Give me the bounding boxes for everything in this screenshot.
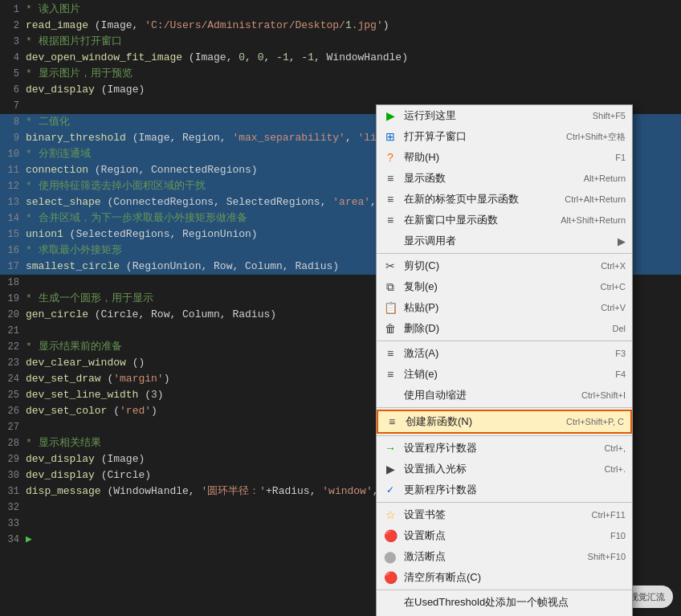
menu-item-open-sub[interactable]: ⊞打开算子窗口Ctrl+Shift+空格 bbox=[377, 126, 632, 147]
line-number: 6 bbox=[3, 82, 26, 98]
menu-icon-cut: ✂ bbox=[381, 259, 399, 272]
menu-shortcut-activate-bp: Shift+F10 bbox=[588, 552, 626, 561]
menu-arrow-show-callers: ▶ bbox=[618, 235, 626, 247]
menu-label-breakpoint: 设置断点 bbox=[404, 528, 594, 543]
menu-item-cut[interactable]: ✂剪切(C)Ctrl+X bbox=[377, 255, 632, 276]
line-number: 20 bbox=[3, 307, 26, 323]
menu-item-breakpoint[interactable]: 🔴设置断点F10 bbox=[377, 525, 632, 546]
menu-item-activate-bp[interactable]: ⬤激活断点Shift+F10 bbox=[377, 546, 632, 567]
menu-icon-activate: ≡ bbox=[381, 347, 399, 360]
menu-icon-help: ? bbox=[381, 151, 399, 164]
line-number: 22 bbox=[3, 339, 26, 355]
menu-item-print[interactable]: 🖨打印(P)... bbox=[377, 613, 632, 616]
menu-label-show-func-tab: 在新的标签页中显示函数 bbox=[404, 192, 548, 206]
menu-item-bookmark[interactable]: ☆设置书签Ctrl+F11 bbox=[377, 504, 632, 525]
menu-icon-show-func: ≡ bbox=[381, 172, 399, 185]
line-number: 1 bbox=[3, 2, 26, 18]
menu-label-comment: 注销(e) bbox=[404, 367, 599, 381]
menu-label-add-watchpoint: 在UsedThreshold处添加一个帧视点 bbox=[404, 595, 626, 610]
line-number: 18 bbox=[3, 275, 26, 291]
menu-separator bbox=[377, 341, 632, 341]
menu-icon-set-counter: → bbox=[381, 442, 399, 455]
menu-item-clear-bp[interactable]: 🔴清空所有断点(C) bbox=[377, 567, 632, 588]
line-number: 16 bbox=[3, 243, 26, 259]
menu-item-run-here[interactable]: ▶运行到这里Shift+F5 bbox=[377, 105, 632, 126]
menu-shortcut-activate: F3 bbox=[615, 349, 626, 358]
line-number: 31 bbox=[3, 483, 26, 500]
menu-label-paste: 粘贴(P) bbox=[404, 300, 585, 315]
menu-item-delete[interactable]: 🗑删除(D)Del bbox=[377, 318, 632, 339]
line-number: 7 bbox=[3, 98, 26, 114]
context-menu[interactable]: ▶运行到这里Shift+F5⊞打开算子窗口Ctrl+Shift+空格?帮助(H)… bbox=[376, 104, 633, 616]
menu-shortcut-bookmark: Ctrl+F11 bbox=[592, 510, 626, 520]
line-content: dev_open_window_fit_image (Image, 0, 0, … bbox=[26, 50, 681, 66]
line-number: 32 bbox=[3, 500, 26, 516]
menu-separator bbox=[377, 253, 632, 254]
menu-item-show-func-tab[interactable]: ≡在新的标签页中显示函数Ctrl+Alt+Return bbox=[377, 189, 632, 210]
menu-item-help[interactable]: ?帮助(H)F1 bbox=[377, 147, 632, 168]
menu-shortcut-cut: Ctrl+X bbox=[601, 261, 626, 271]
menu-icon-paste: 📋 bbox=[381, 301, 399, 314]
menu-shortcut-copy: Ctrl+C bbox=[601, 282, 626, 292]
menu-item-show-func-win[interactable]: ≡在新窗口中显示函数Alt+Shift+Return bbox=[377, 210, 632, 230]
menu-icon-new-func: ≡ bbox=[383, 415, 401, 428]
menu-item-activate[interactable]: ≡激活(A)F3 bbox=[377, 343, 632, 364]
code-line: 1* 读入图片 bbox=[0, 2, 681, 18]
line-number: 13 bbox=[3, 194, 26, 210]
menu-item-update-counter[interactable]: ✓更新程序计数器 bbox=[377, 479, 632, 500]
menu-shortcut-open-sub: Ctrl+Shift+空格 bbox=[566, 131, 626, 143]
line-content: * 根据图片打开窗口 bbox=[26, 34, 681, 50]
line-number: 28 bbox=[3, 435, 26, 451]
menu-shortcut-help: F1 bbox=[615, 153, 626, 162]
line-number: 19 bbox=[3, 291, 26, 307]
menu-separator bbox=[377, 435, 632, 436]
menu-shortcut-show-func-win: Alt+Shift+Return bbox=[561, 215, 626, 225]
menu-icon-open-sub: ⊞ bbox=[381, 130, 399, 143]
line-number: 12 bbox=[3, 178, 26, 194]
menu-shortcut-new-func: Ctrl+Shift+P, C bbox=[566, 417, 624, 426]
line-number: 8 bbox=[3, 114, 26, 130]
line-number: 34 bbox=[3, 532, 26, 548]
menu-item-set-counter[interactable]: →设置程序计数器Ctrl+, bbox=[377, 438, 632, 459]
menu-icon-copy: ⧉ bbox=[381, 280, 399, 294]
code-line: 5* 显示图片，用于预览 bbox=[0, 66, 681, 82]
menu-shortcut-comment: F4 bbox=[615, 369, 626, 379]
menu-shortcut-set-cursor: Ctrl+. bbox=[604, 464, 626, 474]
menu-item-show-callers[interactable]: 显示调用者▶ bbox=[377, 230, 632, 251]
menu-label-auto-indent: 使用自动缩进 bbox=[404, 388, 565, 402]
menu-label-bookmark: 设置书签 bbox=[404, 508, 576, 522]
line-number: 9 bbox=[3, 130, 26, 146]
line-number: 29 bbox=[3, 451, 26, 467]
menu-item-paste[interactable]: 📋粘贴(P)Ctrl+V bbox=[377, 297, 632, 318]
line-number: 26 bbox=[3, 403, 26, 419]
menu-label-open-sub: 打开算子窗口 bbox=[404, 129, 550, 144]
menu-separator bbox=[377, 407, 632, 408]
menu-item-copy[interactable]: ⧉复制(e)Ctrl+C bbox=[377, 276, 632, 297]
code-line: 2read_image (Image, 'C:/Users/Administra… bbox=[0, 18, 681, 34]
line-number: 2 bbox=[3, 18, 26, 34]
menu-label-show-func: 显示函数 bbox=[404, 171, 568, 186]
menu-icon-bookmark: ☆ bbox=[381, 508, 399, 521]
menu-item-comment[interactable]: ≡注销(e)F4 bbox=[377, 364, 632, 385]
line-number: 25 bbox=[3, 387, 26, 403]
menu-item-show-func[interactable]: ≡显示函数Alt+Return bbox=[377, 168, 632, 189]
menu-shortcut-run-here: Shift+F5 bbox=[593, 111, 626, 120]
menu-label-cut: 剪切(C) bbox=[404, 259, 585, 273]
menu-shortcut-paste: Ctrl+V bbox=[601, 303, 626, 312]
menu-item-add-watchpoint[interactable]: 在UsedThreshold处添加一个帧视点 bbox=[377, 592, 632, 613]
menu-label-show-func-win: 在新窗口中显示函数 bbox=[404, 213, 544, 227]
code-line: 3* 根据图片打开窗口 bbox=[0, 34, 681, 50]
menu-label-show-callers: 显示调用者 bbox=[404, 234, 614, 248]
line-number: 15 bbox=[3, 226, 26, 243]
menu-item-new-func[interactable]: ≡创建新函数(N)Ctrl+Shift+P, C bbox=[377, 410, 632, 434]
menu-icon-show-func-win: ≡ bbox=[381, 214, 399, 226]
line-number: 30 bbox=[3, 467, 26, 483]
menu-shortcut-set-counter: Ctrl+, bbox=[604, 443, 626, 453]
line-content: dev_display (Image) bbox=[26, 82, 681, 98]
menu-item-auto-indent[interactable]: 使用自动缩进Ctrl+Shift+I bbox=[377, 385, 632, 406]
menu-shortcut-show-func: Alt+Return bbox=[584, 173, 626, 183]
line-content: * 显示图片，用于预览 bbox=[26, 66, 681, 82]
menu-shortcut-auto-indent: Ctrl+Shift+I bbox=[581, 390, 626, 400]
menu-label-new-func: 创建新函数(N) bbox=[406, 414, 550, 429]
menu-item-set-cursor[interactable]: ▶设置插入光标Ctrl+. bbox=[377, 459, 632, 479]
